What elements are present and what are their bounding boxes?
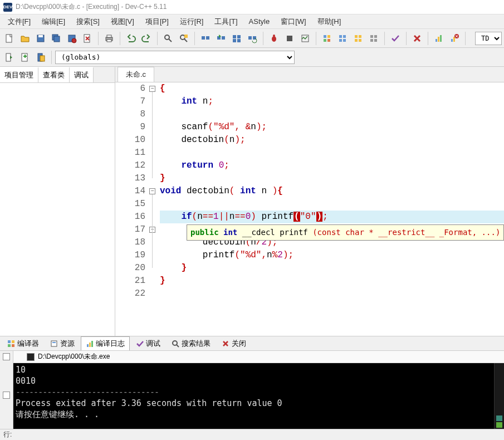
bottom-tab[interactable]: 编译日志: [81, 336, 130, 351]
menu-item[interactable]: 编辑[E]: [36, 15, 71, 28]
sidebar-tab[interactable]: 项目管理: [0, 67, 38, 82]
svg-rect-53: [40, 56, 45, 61]
separator: [157, 32, 158, 45]
console-title: D:\Devcpp\000\未命.exe: [38, 352, 110, 361]
console-output[interactable]: 100010--------------------------------Pr…: [13, 363, 494, 429]
menu-item[interactable]: 工具[T]: [209, 15, 243, 28]
bookmark-add-icon[interactable]: [18, 50, 32, 65]
file-tab[interactable]: 未命.c: [118, 67, 154, 82]
goto-icon[interactable]: [2, 50, 17, 65]
svg-rect-58: [51, 341, 57, 346]
svg-rect-29: [327, 35, 330, 38]
menu-item[interactable]: 运行[R]: [174, 15, 209, 28]
svg-point-24: [272, 36, 276, 42]
chart-icon[interactable]: [432, 31, 446, 46]
svg-rect-33: [343, 35, 346, 38]
menu-item[interactable]: 文件[F]: [2, 15, 36, 28]
line-gutter: 678910111213141516171819202122: [115, 82, 149, 336]
replace-icon[interactable]: [177, 31, 191, 46]
run-icon[interactable]: [214, 31, 228, 46]
chart-delete-icon[interactable]: [447, 31, 462, 46]
compiler-combo[interactable]: TDM-G: [475, 32, 502, 45]
menu-item[interactable]: 视图[V]: [105, 15, 140, 28]
menu-item[interactable]: AStyle: [243, 16, 276, 27]
profile-icon[interactable]: [298, 31, 312, 46]
menu-item[interactable]: 项目[P]: [140, 15, 174, 28]
find-icon[interactable]: [161, 31, 175, 46]
status-line-label: 行:: [3, 430, 12, 439]
fold-toggle-icon[interactable]: −: [149, 86, 155, 92]
console-app-icon: [27, 353, 35, 361]
bottom-tab[interactable]: 关闭: [217, 336, 251, 351]
svg-rect-40: [370, 35, 373, 38]
svg-rect-57: [12, 344, 14, 347]
grid4-icon[interactable]: [366, 31, 381, 46]
menu-bar: 文件[F]编辑[E]搜索[S]视图[V]项目[P]运行[R]工具[T]AStyl…: [0, 14, 504, 29]
window-title: D:\Devcpp\000\未命.c - [Executing] - Dev-C…: [16, 2, 167, 12]
svg-rect-30: [324, 39, 326, 42]
code-text[interactable]: { int n; scanf("%d", &n); dectobin(n); r…: [158, 82, 504, 336]
console-panel: D:\Devcpp\000\未命.exe 100010-------------…: [0, 350, 504, 429]
save-as-icon[interactable]: [65, 31, 79, 46]
svg-rect-13: [184, 35, 188, 38]
sidebar-body[interactable]: [0, 83, 115, 336]
scope-combo[interactable]: (globals): [55, 51, 502, 64]
compile-icon[interactable]: [198, 31, 213, 46]
svg-rect-4: [54, 36, 60, 42]
separator: [316, 32, 316, 45]
checkbox-icon[interactable]: [3, 353, 10, 360]
bottom-tab[interactable]: 调试: [131, 336, 165, 351]
redo-icon[interactable]: [139, 31, 154, 46]
svg-rect-26: [287, 36, 292, 41]
compile-run-icon[interactable]: [229, 31, 244, 46]
fold-toggle-icon[interactable]: −: [149, 188, 155, 194]
svg-point-11: [165, 35, 169, 40]
secondary-toolbar: (globals): [0, 48, 504, 67]
undo-icon[interactable]: [124, 31, 138, 46]
menu-item[interactable]: 帮助[H]: [312, 15, 347, 28]
svg-rect-10: [107, 40, 111, 42]
svg-rect-34: [339, 39, 342, 42]
checkbox-icon[interactable]: [3, 392, 10, 399]
delete-icon[interactable]: [410, 31, 424, 46]
debug-icon[interactable]: [267, 31, 281, 46]
console-title-bar: D:\Devcpp\000\未命.exe: [13, 351, 504, 363]
sidebar-tab[interactable]: 查看类: [38, 67, 70, 82]
stop-icon[interactable]: [282, 31, 297, 46]
new-file-icon[interactable]: [2, 31, 17, 46]
rebuild-icon[interactable]: [245, 31, 260, 46]
code-editor[interactable]: 678910111213141516171819202122 −−− { int…: [115, 82, 504, 336]
bookmark-toggle-icon[interactable]: [33, 50, 48, 65]
svg-rect-59: [52, 342, 56, 343]
bottom-tab[interactable]: 编译器: [2, 336, 44, 351]
main-area: 项目管理查看类调试 未命.c 6789101112131415161718192…: [0, 67, 504, 336]
status-bar: 行:: [0, 429, 504, 440]
grid2-icon[interactable]: [335, 31, 350, 46]
svg-rect-20: [233, 39, 236, 42]
check-icon[interactable]: [388, 31, 403, 46]
svg-rect-15: [206, 36, 209, 40]
close-icon[interactable]: [80, 31, 95, 46]
bottom-tab[interactable]: 搜索结果: [167, 336, 216, 351]
bottom-tab[interactable]: 资源: [45, 336, 80, 351]
svg-rect-42: [370, 39, 373, 42]
save-icon[interactable]: [33, 31, 48, 46]
title-bar: DEV D:\Devcpp\000\未命.c - [Executing] - D…: [0, 0, 504, 14]
editor-area: 未命.c 678910111213141516171819202122 −−− …: [115, 67, 504, 336]
menu-item[interactable]: 窗口[W]: [275, 15, 312, 28]
console-scrollbar[interactable]: [494, 363, 504, 429]
save-all-icon[interactable]: [49, 31, 63, 46]
separator: [384, 32, 385, 45]
svg-rect-0: [6, 35, 12, 42]
app-icon: DEV: [3, 3, 12, 12]
svg-rect-47: [451, 39, 453, 42]
svg-rect-44: [436, 39, 437, 42]
print-icon[interactable]: [102, 31, 116, 46]
signature-tooltip: public int __cdecl printf (const char * …: [187, 224, 504, 241]
grid1-icon[interactable]: [320, 31, 334, 46]
grid3-icon[interactable]: [351, 31, 365, 46]
sidebar-tab[interactable]: 调试: [70, 67, 94, 82]
svg-rect-21: [237, 39, 241, 42]
open-icon[interactable]: [18, 31, 32, 46]
menu-item[interactable]: 搜索[S]: [71, 15, 105, 28]
